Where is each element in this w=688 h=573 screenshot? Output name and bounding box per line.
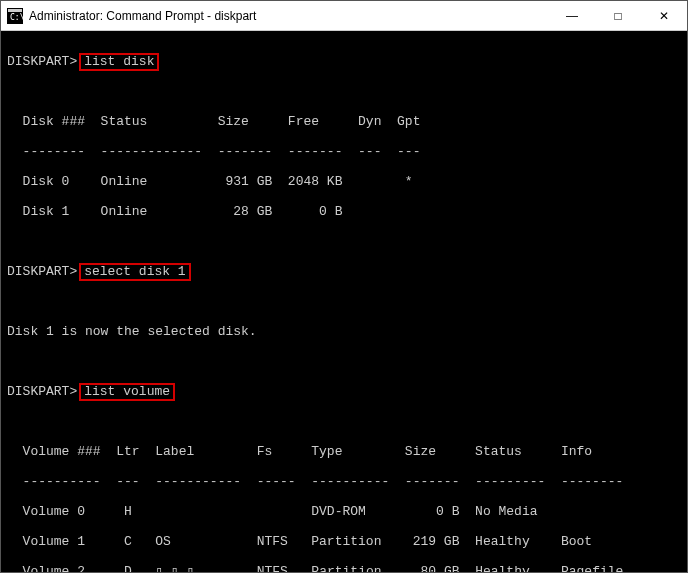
response-text: Disk 1 is now the selected disk. — [7, 324, 681, 339]
disk-table-divider: -------- ------------- ------- ------- -… — [7, 144, 681, 159]
volume-table-header: Volume ### Ltr Label Fs Type Size Status… — [7, 444, 681, 459]
titlebar: C:\ Administrator: Command Prompt - disk… — [1, 1, 687, 31]
disk-table-header: Disk ### Status Size Free Dyn Gpt — [7, 114, 681, 129]
table-row: Volume 0 H DVD-ROM 0 B No Media — [7, 504, 681, 519]
command-highlight: list disk — [79, 53, 159, 71]
command-prompt-window: C:\ Administrator: Command Prompt - disk… — [0, 0, 688, 573]
table-row: Volume 1 C OS NTFS Partition 219 GB Heal… — [7, 534, 681, 549]
svg-rect-1 — [8, 9, 22, 12]
table-row: Volume 2 D ▯ ▯ ▯ NTFS Partition 80 GB He… — [7, 564, 681, 572]
command-highlight: list volume — [79, 383, 175, 401]
table-row: Disk 0 Online 931 GB 2048 KB * — [7, 174, 681, 189]
window-title: Administrator: Command Prompt - diskpart — [29, 9, 549, 23]
close-button[interactable]: ✕ — [641, 1, 687, 31]
terminal-output[interactable]: DISKPART>list disk Disk ### Status Size … — [1, 31, 687, 572]
prompt: DISKPART> — [7, 384, 77, 399]
table-row: Disk 1 Online 28 GB 0 B — [7, 204, 681, 219]
maximize-button[interactable]: □ — [595, 1, 641, 31]
prompt: DISKPART> — [7, 54, 77, 69]
prompt: DISKPART> — [7, 264, 77, 279]
command-highlight: select disk 1 — [79, 263, 190, 281]
volume-table-divider: ---------- --- ----------- ----- -------… — [7, 474, 681, 489]
svg-text:C:\: C:\ — [10, 13, 23, 22]
cmd-icon: C:\ — [7, 8, 23, 24]
minimize-button[interactable]: — — [549, 1, 595, 31]
